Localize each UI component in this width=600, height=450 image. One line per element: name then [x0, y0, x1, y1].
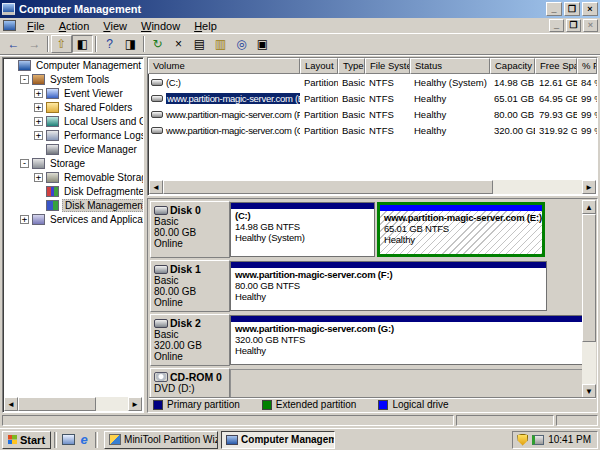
restore-button[interactable]: ❐	[564, 2, 580, 16]
tree-horizontal-scrollbar[interactable]: ◄ ►	[4, 397, 142, 411]
disk-0-label[interactable]: Disk 0 Basic 80.00 GB Online	[150, 201, 230, 258]
col-capacity[interactable]: Capacity	[490, 58, 535, 74]
drive-icon	[151, 79, 163, 86]
collapse-expander[interactable]: -	[20, 75, 29, 84]
expand-expander[interactable]: +	[34, 117, 43, 126]
volume-row-c[interactable]: (C:) Partition Basic NTFS Healthy (Syste…	[148, 74, 597, 90]
properties-icon[interactable]: ▤	[189, 35, 210, 53]
system-tray: 10:41 PM	[512, 431, 598, 449]
tree-item-shared-folders[interactable]: + Shared Folders	[3, 101, 143, 114]
tree-item-computer-management[interactable]: Computer Management (Local)	[3, 59, 143, 72]
volume-row-f[interactable]: www.partition-magic-server.com (F:) Part…	[148, 106, 597, 122]
scrollbar-thumb[interactable]	[18, 397, 96, 411]
expand-expander[interactable]: +	[20, 215, 29, 224]
show-console-tree-icon[interactable]: ◧	[72, 35, 93, 53]
tree-item-removable-storage[interactable]: + Removable Storage	[3, 171, 143, 184]
menu-help[interactable]: Help	[187, 19, 224, 33]
scroll-up-icon[interactable]: ▲	[582, 200, 596, 214]
partition-f[interactable]: www.partition-magic-server.com (F:) 80.0…	[230, 261, 547, 311]
tree-item-device-manager[interactable]: Device Manager	[3, 143, 143, 156]
search-icon[interactable]: ◎	[231, 35, 252, 53]
expand-expander[interactable]: +	[34, 131, 43, 140]
show-desktop-icon[interactable]	[60, 432, 76, 447]
drive-icon	[151, 95, 163, 102]
up-one-level-icon[interactable]: ⇧	[51, 35, 72, 53]
menu-file[interactable]: File	[20, 19, 52, 33]
task-button-computer-management[interactable]: Computer Manageme...	[221, 431, 335, 449]
menu-window[interactable]: Window	[134, 19, 187, 33]
col-layout[interactable]: Layout	[300, 58, 338, 74]
tree-item-system-tools[interactable]: - System Tools	[3, 73, 143, 86]
volume-list-pane: Volume Layout Type File System Status Ca…	[147, 57, 598, 196]
back-icon[interactable]: ←	[3, 35, 24, 53]
disk-2-row: Disk 2 Basic 320.00 GB Online www.partit…	[150, 314, 595, 366]
volume-list-header: Volume Layout Type File System Status Ca…	[148, 58, 597, 74]
col-file-system[interactable]: File System	[365, 58, 410, 74]
volume-list-horizontal-scrollbar[interactable]: ◄ ►	[149, 180, 596, 194]
scroll-right-icon[interactable]: ►	[582, 180, 596, 194]
computer-management-app-icon	[2, 3, 15, 15]
refresh-icon[interactable]: ↻	[147, 35, 168, 53]
open-folder-icon[interactable]: ▥	[210, 35, 231, 53]
window-title: Computer Management	[19, 3, 544, 15]
volume-row-e[interactable]: www.partition-magic-server.com (E:) Part…	[148, 90, 597, 106]
scroll-down-icon[interactable]: ▼	[582, 384, 596, 398]
partition-e-selected[interactable]: www.partition-magic-server.com (E:) 65.0…	[377, 202, 545, 257]
safely-remove-hardware-icon[interactable]	[532, 435, 544, 445]
disk-1-label[interactable]: Disk 1 Basic 80.00 GB Online	[150, 260, 230, 312]
expand-expander[interactable]: +	[34, 103, 43, 112]
status-pane-main	[2, 415, 454, 426]
services-icon	[32, 214, 45, 225]
task-button-minitool[interactable]: MiniTool Partition Wizard ...	[104, 431, 218, 449]
computer-icon	[18, 60, 31, 71]
tree-item-disk-management[interactable]: Disk Management	[3, 199, 143, 212]
help-doc-icon[interactable]: ?	[99, 35, 120, 53]
show-action-pane-icon[interactable]: ◨	[120, 35, 141, 53]
col-status[interactable]: Status	[410, 58, 490, 74]
legend-primary-partition: Primary partition	[153, 399, 240, 410]
collapse-expander[interactable]: -	[20, 159, 29, 168]
col-pct-free[interactable]: % Free	[577, 58, 597, 74]
menu-action[interactable]: Action	[52, 19, 97, 33]
expand-expander[interactable]: +	[34, 89, 43, 98]
tree-item-performance-logs[interactable]: + Performance Logs and Al	[3, 129, 143, 142]
forward-icon[interactable]: →	[24, 35, 45, 53]
disk-pane-vertical-scrollbar[interactable]: ▲ ▼	[582, 200, 596, 398]
scroll-left-icon[interactable]: ◄	[4, 397, 18, 411]
child-restore-button[interactable]: ❐	[566, 19, 581, 32]
toolbar-separator	[95, 36, 97, 52]
tree-item-disk-defragmenter[interactable]: Disk Defragmenter	[3, 185, 143, 198]
disk-0-row: Disk 0 Basic 80.00 GB Online (C:) 14.98 …	[150, 201, 595, 258]
cdrom-0-label[interactable]: CD-ROM 0 DVD (D:)	[150, 368, 230, 399]
manage-computer-icon[interactable]: ▣	[252, 35, 273, 53]
disk-2-label[interactable]: Disk 2 Basic 320.00 GB Online	[150, 314, 230, 366]
logical-drive-swatch	[378, 400, 388, 410]
toolbar-separator	[143, 36, 145, 52]
menu-view[interactable]: View	[96, 19, 134, 33]
expand-expander[interactable]: +	[34, 173, 43, 182]
child-close-button: ×	[583, 19, 598, 32]
delete-icon[interactable]: ×	[168, 35, 189, 53]
tree-item-storage[interactable]: - Storage	[3, 157, 143, 170]
scrollbar-thumb[interactable]	[582, 214, 596, 342]
volume-row-g[interactable]: www.partition-magic-server.com (G:) Part…	[148, 122, 597, 138]
col-type[interactable]: Type	[338, 58, 365, 74]
partition-c[interactable]: (C:) 14.98 GB NTFS Healthy (System)	[230, 202, 375, 257]
tree-item-event-viewer[interactable]: + Event Viewer	[3, 87, 143, 100]
child-minimize-button[interactable]: _	[549, 19, 564, 32]
cdrom-media-area[interactable]	[230, 369, 593, 398]
partition-g[interactable]: www.partition-magic-server.com (G:) 320.…	[230, 315, 586, 365]
minimize-button[interactable]: _	[546, 2, 562, 16]
close-button[interactable]: ×	[582, 2, 598, 16]
scrollbar-thumb[interactable]	[163, 180, 493, 194]
scroll-left-icon[interactable]: ◄	[149, 180, 163, 194]
tree-item-local-users-and-groups[interactable]: + Local Users and Groups	[3, 115, 143, 128]
internet-explorer-icon[interactable]: e	[76, 432, 92, 447]
security-alert-icon[interactable]	[517, 434, 528, 446]
col-volume[interactable]: Volume	[148, 58, 300, 74]
col-free-space[interactable]: Free Space	[535, 58, 577, 74]
start-button[interactable]: Start	[2, 431, 51, 449]
menu-bar: File Action View Window Help _ ❐ ×	[0, 18, 600, 34]
tree-item-services-and-applications[interactable]: + Services and Applications	[3, 213, 143, 226]
scroll-right-icon[interactable]: ►	[128, 397, 142, 411]
